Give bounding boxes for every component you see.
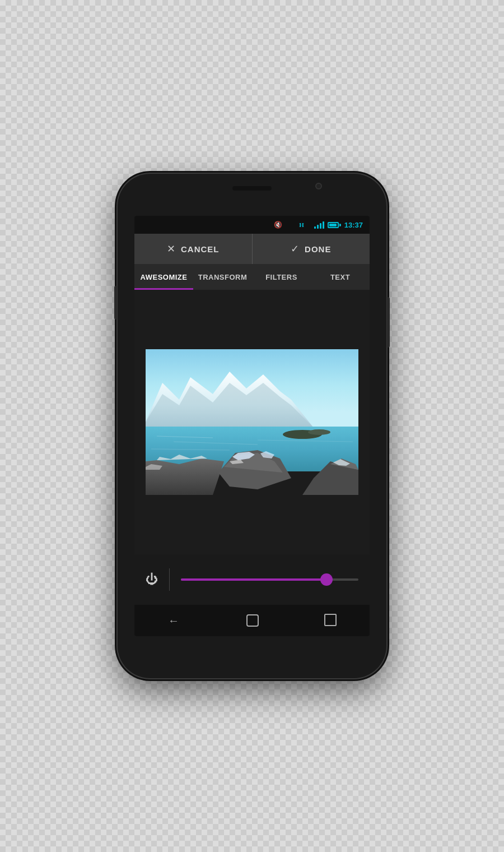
front-camera xyxy=(315,183,322,189)
photo-preview xyxy=(146,349,358,495)
battery-indicator xyxy=(328,222,341,228)
slider-fill xyxy=(181,578,326,581)
recents-button[interactable] xyxy=(326,615,336,626)
back-icon: ← xyxy=(168,614,179,627)
power-icon[interactable]: ⏻ xyxy=(146,572,158,587)
cancel-label: CANCEL xyxy=(181,244,220,254)
slider-thumb[interactable] xyxy=(320,573,333,586)
home-button[interactable] xyxy=(246,614,259,627)
status-time: 13:37 xyxy=(344,221,363,229)
divider xyxy=(169,568,170,591)
home-icon xyxy=(246,614,259,627)
cancel-button[interactable]: ✕ CANCEL xyxy=(134,234,253,264)
cancel-icon: ✕ xyxy=(167,243,175,255)
content-area xyxy=(134,290,370,554)
back-button[interactable]: ← xyxy=(168,614,179,627)
bottom-controls: ⏻ xyxy=(134,554,370,605)
tab-transform[interactable]: TRANSFORM xyxy=(193,264,252,290)
phone-frame: 🔇 H 13:37 ✕ CANCEL ✓ xyxy=(118,174,386,678)
done-label: DONE xyxy=(305,244,331,254)
tab-text[interactable]: TEXT xyxy=(311,264,370,290)
signal-strength xyxy=(314,221,324,229)
phone-screen: 🔇 H 13:37 ✕ CANCEL ✓ xyxy=(134,216,370,636)
svg-marker-10 xyxy=(146,459,224,495)
action-bar: ✕ CANCEL ✓ DONE xyxy=(134,234,370,264)
mute-icon: 🔇 xyxy=(267,216,289,234)
status-bar: 🔇 H 13:37 xyxy=(134,216,370,234)
speaker-grill xyxy=(232,186,272,191)
tab-filters[interactable]: FILTERS xyxy=(252,264,311,290)
awesomize-slider[interactable] xyxy=(181,578,358,581)
tab-bar: AWESOMIZE TRANSFORM FILTERS TEXT xyxy=(134,264,370,290)
done-icon: ✓ xyxy=(291,243,299,255)
android-nav-bar: ← xyxy=(134,605,370,636)
svg-point-9 xyxy=(308,429,330,435)
done-button[interactable]: ✓ DONE xyxy=(253,234,370,264)
network-type: H xyxy=(292,216,311,234)
tab-awesomize[interactable]: AWESOMIZE xyxy=(134,264,193,290)
landscape-image xyxy=(146,349,358,495)
recents-icon xyxy=(326,615,336,626)
